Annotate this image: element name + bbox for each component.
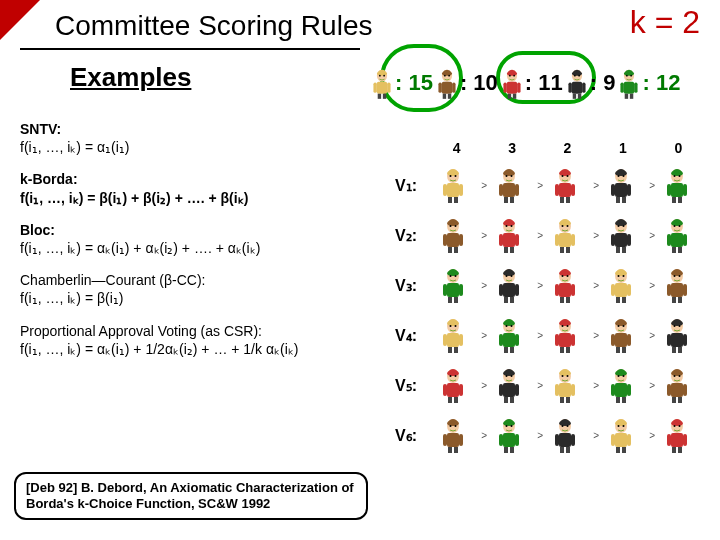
svg-rect-35 (624, 82, 634, 94)
svg-rect-159 (678, 297, 682, 303)
svg-point-114 (679, 225, 681, 227)
svg-rect-277 (683, 434, 687, 446)
cand-dark-icon (495, 367, 523, 403)
svg-rect-212 (499, 384, 503, 396)
svg-rect-259 (559, 433, 571, 447)
cand-blond-icon (370, 68, 394, 98)
cand-dark-icon (551, 417, 579, 453)
cand-blond-icon (607, 417, 635, 453)
svg-rect-37 (635, 83, 638, 93)
pref-cell (649, 417, 705, 453)
svg-point-138 (567, 275, 569, 277)
svg-point-82 (455, 225, 457, 227)
svg-rect-5 (387, 83, 390, 93)
svg-rect-86 (448, 247, 452, 253)
rule-bloc: Bloc: f(i₁, …, iₖ) = αₖ(i₁) + αₖ(i₂) + …… (20, 221, 350, 257)
pref-cell: > (593, 317, 649, 353)
score-4: : 9 (590, 70, 616, 96)
svg-rect-236 (667, 384, 671, 396)
pref-cell: > (537, 417, 593, 453)
kborda-body: f(i₁, …, iₖ) = β(i₁) + β(i₂) + …. + β(iₖ… (20, 190, 248, 206)
svg-point-265 (618, 425, 620, 427)
svg-point-217 (562, 375, 564, 377)
svg-rect-155 (671, 283, 683, 297)
score-1: : 15 (395, 70, 433, 96)
svg-rect-110 (616, 247, 620, 253)
svg-rect-173 (515, 334, 519, 346)
svg-point-34 (631, 75, 633, 77)
pref-cell: > (593, 167, 649, 203)
svg-point-66 (623, 175, 625, 177)
cc-title: Chamberlin—Courant (β-CC): (20, 272, 205, 288)
pref-cell: > (425, 167, 481, 203)
svg-point-49 (506, 175, 508, 177)
svg-point-74 (679, 175, 681, 177)
svg-rect-175 (510, 347, 514, 353)
pref-cell: > (593, 367, 649, 403)
svg-point-10 (448, 75, 450, 77)
cand-green-icon (439, 267, 467, 303)
svg-rect-278 (672, 447, 676, 453)
cand-blond-icon (551, 217, 579, 253)
svg-point-249 (506, 425, 508, 427)
cand-green-icon (495, 417, 523, 453)
svg-point-266 (623, 425, 625, 427)
pref-cell: > (425, 317, 481, 353)
cand-red-icon (500, 68, 524, 98)
svg-rect-59 (559, 183, 571, 197)
svg-rect-131 (503, 283, 515, 297)
svg-point-58 (567, 175, 569, 177)
svg-rect-150 (616, 297, 620, 303)
svg-rect-62 (560, 197, 564, 203)
svg-point-178 (567, 325, 569, 327)
svg-point-161 (450, 325, 452, 327)
svg-rect-125 (459, 284, 463, 296)
rule-pav: Proportional Approval Voting (as CSR): f… (20, 322, 350, 358)
cand-dark-icon (607, 217, 635, 253)
pref-cell (649, 167, 705, 203)
svg-rect-127 (454, 297, 458, 303)
svg-rect-55 (510, 197, 514, 203)
sntv-body: f(i₁, …, iₖ) = α₁(i₁) (20, 139, 129, 155)
svg-point-242 (455, 425, 457, 427)
cand-red-icon (551, 167, 579, 203)
svg-rect-172 (499, 334, 503, 346)
svg-rect-254 (504, 447, 508, 453)
svg-rect-244 (443, 434, 447, 446)
score-2: : 10 (460, 70, 498, 96)
svg-rect-182 (560, 347, 564, 353)
svg-rect-78 (672, 197, 676, 203)
pref-cell: > (537, 367, 593, 403)
svg-rect-260 (555, 434, 559, 446)
svg-rect-276 (667, 434, 671, 446)
svg-rect-228 (611, 384, 615, 396)
svg-point-41 (450, 175, 452, 177)
svg-point-25 (574, 75, 576, 77)
svg-rect-213 (515, 384, 519, 396)
svg-rect-166 (448, 347, 452, 353)
svg-rect-107 (615, 233, 627, 247)
svg-point-274 (679, 425, 681, 427)
svg-rect-69 (627, 184, 631, 196)
svg-rect-205 (459, 384, 463, 396)
cand-dark-icon (663, 317, 691, 353)
svg-point-26 (578, 75, 580, 77)
cand-red-icon (551, 267, 579, 303)
svg-point-146 (623, 275, 625, 277)
pref-cell (649, 267, 705, 303)
cand-red-icon (663, 417, 691, 453)
pref-cell: > (481, 367, 537, 403)
svg-point-17 (509, 75, 511, 77)
svg-point-193 (674, 325, 676, 327)
svg-point-65 (618, 175, 620, 177)
svg-rect-60 (555, 184, 559, 196)
rule-sntv: SNTV: f(i₁, …, iₖ) = α₁(i₁) (20, 120, 350, 156)
svg-rect-195 (671, 333, 683, 347)
svg-point-73 (674, 175, 676, 177)
pref-cell: > (593, 417, 649, 453)
svg-rect-61 (571, 184, 575, 196)
svg-rect-220 (555, 384, 559, 396)
svg-rect-263 (566, 447, 570, 453)
svg-rect-27 (572, 82, 582, 94)
svg-rect-251 (503, 433, 515, 447)
